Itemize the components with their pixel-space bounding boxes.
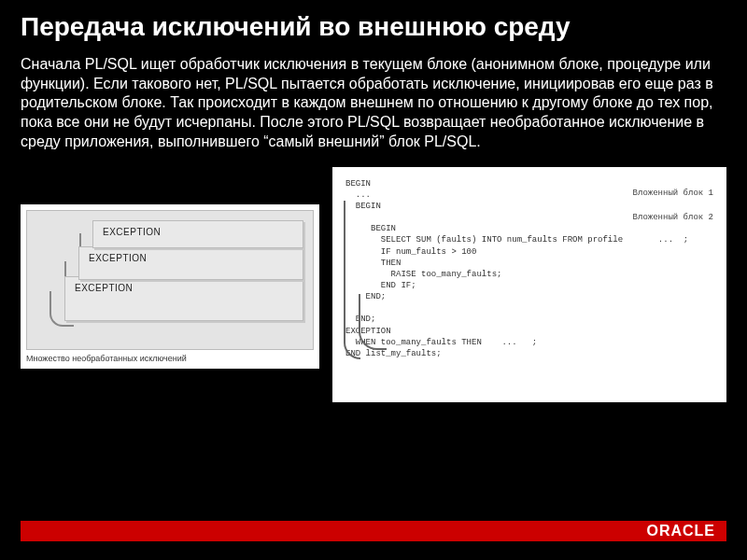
oracle-logo: ORACLE xyxy=(646,523,715,539)
brand-bar: ORACLE xyxy=(21,521,726,541)
block-tag: Вложенный блок 2 xyxy=(633,212,713,223)
arrow-icon xyxy=(344,201,360,359)
block-label: EXCEPTION xyxy=(89,253,147,263)
code-line: END list_my_faults; xyxy=(345,348,713,359)
code-line: SELECT SUM (faults) INTO num_faults FROM… xyxy=(345,234,713,245)
code-line: END; xyxy=(345,291,713,302)
code-line: IF num_faults > 100 xyxy=(345,246,713,258)
code-line: WHEN too_many_faults THEN ... ; xyxy=(345,337,713,348)
block-tag: Вложенный блок 1 xyxy=(633,188,713,199)
code-line: END; xyxy=(345,314,713,325)
block-label: EXCEPTION xyxy=(75,283,133,293)
arrow-icon xyxy=(359,294,387,350)
figures-row: EXCEPTION EXCEPTION EXCEPTION Множество … xyxy=(21,167,726,402)
code-line: THEN xyxy=(345,258,713,269)
propagation-diagram: EXCEPTION EXCEPTION EXCEPTION Множество … xyxy=(21,204,319,369)
diagram-caption: Множество необработанных исключений xyxy=(26,354,314,363)
slide-body: Сначала PL/SQL ищет обработчик исключени… xyxy=(21,55,726,152)
code-example: Вложенный блок 1 Вложенный блок 2 BEGIN … xyxy=(332,167,726,402)
code-line: BEGIN xyxy=(345,223,713,234)
block-label: EXCEPTION xyxy=(103,227,161,237)
code-line: BEGIN xyxy=(345,201,713,212)
code-line: RAISE too_many_faults; xyxy=(345,269,713,280)
code-line: END IF; xyxy=(345,280,713,291)
footer: ORACLE xyxy=(0,521,747,549)
slide-title: Передача исключений во внешнюю среду xyxy=(21,13,726,42)
code-line: EXCEPTION xyxy=(345,326,713,337)
code-line xyxy=(345,302,713,314)
